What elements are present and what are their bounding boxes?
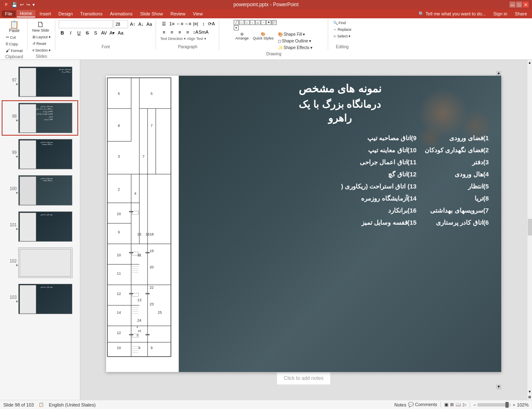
close-button[interactable]: ✕ <box>523 2 529 7</box>
bullets-button[interactable]: ☰ <box>160 20 168 27</box>
shape-rect[interactable]: □ <box>239 20 244 25</box>
shape-rect2[interactable]: □ <box>245 20 250 25</box>
shadow-button[interactable]: S <box>92 29 99 37</box>
slide-thumb-99[interactable]: نمونه های مشخصدرمانگاه متوسط <box>18 139 72 169</box>
slide-item-97[interactable]: 97 ★ نمونه های مشخصدرمانگاه بزرگ <box>2 64 78 99</box>
zoom-in-button[interactable]: + <box>512 402 515 407</box>
menu-animations[interactable]: Animations <box>106 10 136 17</box>
quick-access-redo[interactable]: ↪ <box>26 2 30 7</box>
share-button[interactable]: Share <box>512 10 530 17</box>
bold-button[interactable]: B <box>59 29 66 37</box>
scroll-right-down[interactable]: ▼ <box>527 389 532 394</box>
shape-more[interactable]: ▾ <box>234 25 239 30</box>
select-button[interactable]: ⊹Select ▾ <box>332 33 352 39</box>
comments-button[interactable]: 💬 Comments <box>408 402 437 407</box>
shape-star[interactable]: ★ <box>266 20 271 25</box>
shape-line[interactable]: ╱ <box>234 20 239 25</box>
increase-indent-button[interactable]: →≡ <box>184 20 191 27</box>
find-button[interactable]: 🔍Find <box>332 20 348 26</box>
slide-thumb-102[interactable] <box>18 248 72 278</box>
numbering-button[interactable]: 1≡ <box>168 20 176 27</box>
zoom-level[interactable]: 102% <box>517 402 529 407</box>
quick-access-undo[interactable]: ↩ <box>20 2 24 7</box>
font-color-button[interactable]: A▾ <box>109 29 116 37</box>
scroll-right-up[interactable]: ▲ <box>527 60 532 65</box>
new-slide-button[interactable]: 🗋 New Slide <box>31 20 51 33</box>
font-size-input[interactable]: 28 <box>114 20 128 28</box>
menu-file[interactable]: File <box>2 10 16 17</box>
view-reading[interactable]: 📖 <box>455 402 461 407</box>
shape-effects-button[interactable]: ✨Shape Effects ▾ <box>276 45 314 51</box>
menu-slideshow[interactable]: Slide Show <box>137 10 166 17</box>
justify-button[interactable]: ≡ <box>184 28 191 36</box>
font-name-input[interactable] <box>59 20 113 28</box>
layout-button[interactable]: ⊞Layout ▾ <box>31 34 52 40</box>
scroll-thumb[interactable] <box>528 219 532 235</box>
view-slide-sorter[interactable]: ⊞ <box>450 402 454 407</box>
scroll-right-fit[interactable]: ⊠ <box>527 394 532 400</box>
menu-home[interactable]: Home <box>17 10 35 17</box>
slide-item-101[interactable]: 101 ★ نمونه های مشخص <box>2 209 78 244</box>
paste-button[interactable]: 📋 Paste <box>7 20 21 34</box>
underline-button[interactable]: U <box>75 29 83 37</box>
slide-item-102[interactable]: 102 ★ <box>2 245 78 280</box>
shape-callout[interactable]: 💬 <box>272 20 277 25</box>
text-direction-button[interactable]: ⟳A <box>208 20 215 27</box>
strikethrough-button[interactable]: S <box>84 29 91 37</box>
format-painter-button[interactable]: 🖌Format <box>4 47 25 54</box>
sign-in-button[interactable]: Sign in <box>490 10 511 17</box>
slide-item-103[interactable]: 103 ★ نمونه های مشخص <box>2 281 78 317</box>
align-center-button[interactable]: ≡ <box>168 28 176 36</box>
reset-button[interactable]: ↺Reset <box>31 41 48 47</box>
font-case-button[interactable]: Aa <box>117 29 124 37</box>
menu-design[interactable]: Design <box>55 10 76 17</box>
zoom-slider[interactable] <box>478 403 511 407</box>
replace-button[interactable]: ↔Replace <box>332 27 353 32</box>
quick-access-more[interactable]: ▾ <box>32 2 35 7</box>
view-slideshow[interactable]: ▷ <box>463 402 466 407</box>
slide-thumb-100[interactable]: نمونه های مشخصدرمانگاه کوچک <box>18 175 72 206</box>
notes-button[interactable]: Notes <box>394 402 406 407</box>
shape-tri[interactable]: △ <box>255 20 260 25</box>
menu-review[interactable]: Review <box>167 10 189 17</box>
view-normal[interactable]: ▣ <box>444 402 448 407</box>
zoom-out-button[interactable]: − <box>473 402 476 407</box>
shape-oval[interactable]: ○ <box>250 20 255 25</box>
slide-thumb-101[interactable]: نمونه های مشخص <box>18 211 72 242</box>
menu-insert[interactable]: Insert <box>36 10 54 17</box>
tell-me-input[interactable]: 🔍 Tell me what you want to do... <box>415 10 489 17</box>
scroll-down-button[interactable]: ▼ <box>496 384 501 389</box>
slide-thumb-103[interactable]: نمونه های مشخص <box>18 284 72 314</box>
zoom-slider-thumb[interactable] <box>505 402 509 408</box>
decrease-indent-button[interactable]: ←≡ <box>176 20 183 27</box>
maximize-button[interactable]: □ <box>516 2 522 7</box>
decrease-font-button[interactable]: A↓ <box>137 20 145 28</box>
scroll-up-button[interactable]: ▲ <box>496 71 501 76</box>
cut-button[interactable]: ✂Cut <box>4 34 25 40</box>
slide-item-100[interactable]: 100 ★ نمونه های مشخصدرمانگاه کوچک <box>2 173 78 208</box>
menu-view[interactable]: View <box>190 10 206 17</box>
slide-thumb-98[interactable]: نمونه های مشخصدرمانگاه بزرگ با یک راهرو … <box>18 103 72 133</box>
italic-button[interactable]: I <box>67 29 74 37</box>
section-button[interactable]: ≡Section ▾ <box>31 47 52 53</box>
menu-transitions[interactable]: Transitions <box>77 10 106 17</box>
align-right-button[interactable]: ≡ <box>176 28 183 36</box>
notes-placeholder[interactable]: Click to add notes <box>284 375 323 381</box>
minimize-button[interactable]: — <box>510 2 515 7</box>
clear-format-button[interactable]: Aa <box>146 20 153 28</box>
copy-button[interactable]: ⎘Copy <box>4 41 25 47</box>
shape-outline-button[interactable]: ◻Shape Outline ▾ <box>276 38 314 44</box>
char-spacing-button[interactable]: AV <box>100 29 108 37</box>
right-scrollbar[interactable]: ▲ ▼ ⊠ <box>527 60 532 400</box>
quick-access-save[interactable]: 💾 <box>12 2 17 7</box>
shape-arrow[interactable]: → <box>261 20 266 25</box>
increase-font-button[interactable]: A↑ <box>129 20 136 28</box>
slide-item-98[interactable]: 98 ★ نمونه های مشخصدرمانگاه بزرگ با یک ر… <box>2 100 78 136</box>
quick-styles-button[interactable]: 🎨 Quick Styles <box>251 31 275 51</box>
shape-fill-button[interactable]: 🎨Shape Fill ▾ <box>276 31 314 37</box>
smartart-button[interactable]: SmA <box>200 28 207 36</box>
arrange-button[interactable]: ⊞ Arrange <box>234 31 250 51</box>
slide-thumb-97[interactable]: نمونه های مشخصدرمانگاه بزرگ <box>18 67 72 97</box>
slide-item-99[interactable]: 99 ★ نمونه های مشخصدرمانگاه متوسط <box>2 136 78 172</box>
line-spacing-button[interactable]: ↕ <box>200 20 207 27</box>
